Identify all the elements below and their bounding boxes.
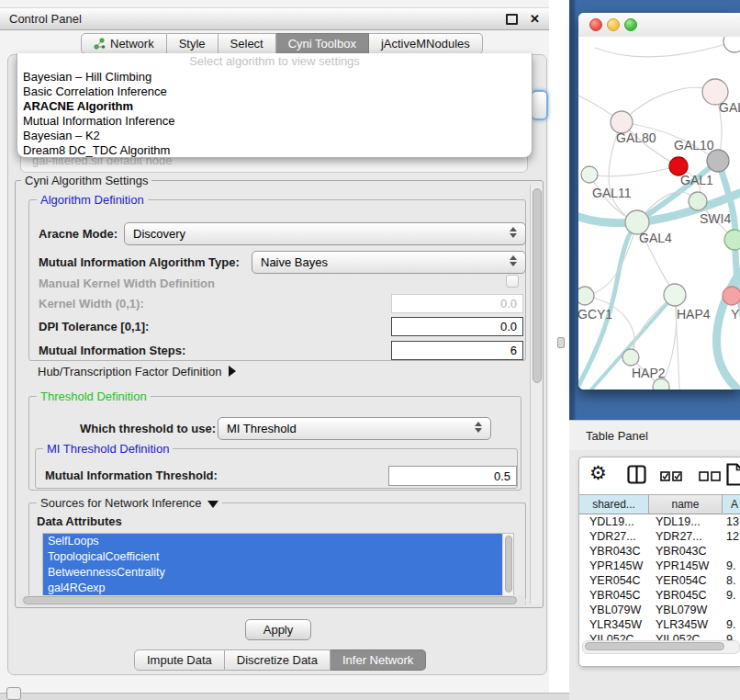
table-row[interactable]: YLR345WYLR345W9. <box>579 617 740 632</box>
table-row[interactable]: YBL079WYBL079W <box>579 603 740 617</box>
attributes-list-scrollbar[interactable] <box>502 534 513 598</box>
network-icon <box>94 38 106 50</box>
table-cell: YPR145W <box>649 559 723 573</box>
dpi-tolerance-label: DPI Tolerance [0,1]: <box>39 317 149 336</box>
algorithm-dropdown-popup: Select algorithm to view settings Bayesi… <box>17 53 533 158</box>
column-header-third[interactable]: A <box>723 495 740 514</box>
network-canvas[interactable]: GALGAL80GAL10GAL11GAL1SWI4GAL4GCY1HAP4YH… <box>578 37 740 390</box>
dropdown-option[interactable]: Dream8 DC_TDC Algorithm <box>17 143 532 158</box>
attribute-list-item[interactable]: gal4RGexp <box>43 581 513 596</box>
settings-group-title: Cyni Algorithm Settings <box>21 174 151 187</box>
select-all-checkboxes-icon[interactable] <box>660 469 682 485</box>
network-node[interactable] <box>723 37 740 52</box>
stepper-arrows-icon <box>510 255 517 266</box>
close-traffic-light-icon[interactable] <box>589 18 602 31</box>
mi-threshold-group-title: MI Threshold Definition <box>43 442 173 456</box>
network-view-window[interactable]: GALGAL80GAL10GAL11GAL1SWI4GAL4GCY1HAP4YH… <box>578 13 740 390</box>
table-row[interactable]: YER054CYER054C8. <box>579 573 740 588</box>
network-node-label: HAP2 <box>632 366 666 380</box>
columns-icon[interactable] <box>627 465 646 488</box>
table-row[interactable]: YDL19...YDL19...13 <box>579 514 740 529</box>
close-icon[interactable]: ✕ <box>530 13 540 25</box>
network-node[interactable] <box>723 287 740 305</box>
mi-steps-field[interactable]: 6 <box>391 341 523 360</box>
attribute-list-item[interactable]: SelfLoops <box>43 534 513 549</box>
algorithm-combo-focus-fragment[interactable] <box>531 90 548 120</box>
attributes-scrollbar-thumb[interactable] <box>505 536 512 593</box>
deselect-all-checkboxes-icon[interactable] <box>699 469 721 485</box>
dropdown-option[interactable]: ARACNE Algorithm <box>17 99 532 114</box>
table-row[interactable]: YBR045CYBR045C9. <box>579 588 740 603</box>
column-header-name[interactable]: name <box>649 495 723 514</box>
settings-hscroll-thumb[interactable] <box>23 596 517 604</box>
table-window: ⚙ shared... name A YDL19...YDL19...13Y <box>578 457 740 667</box>
tab-cyni-toolbox[interactable]: Cyni Toolbox <box>276 33 369 54</box>
kernel-width-field[interactable]: 0.0 <box>391 294 523 313</box>
minimize-traffic-light-icon[interactable] <box>607 18 620 31</box>
dropdown-option[interactable]: Bayesian – Hill Climbing <box>17 70 532 85</box>
minimized-panel-icon[interactable] <box>6 687 21 700</box>
network-node[interactable] <box>578 287 594 305</box>
table-hscroll-thumb[interactable] <box>585 642 724 650</box>
column-header-shared-name[interactable]: shared... <box>579 495 649 514</box>
cyni-algorithm-settings-group: Cyni Algorithm Settings Algorithm Defini… <box>15 180 544 608</box>
network-node[interactable] <box>664 284 686 306</box>
sources-group-title[interactable]: Sources for Network Inference <box>37 496 222 510</box>
control-panel-title: Control Panel <box>9 12 506 26</box>
mi-threshold-field[interactable]: 0.5 <box>388 466 517 486</box>
network-node[interactable] <box>622 349 639 366</box>
control-panel-tab-bar: Network Style Select Cyni Toolbox jActiv… <box>81 33 483 54</box>
mi-type-combo[interactable]: Naive Bayes <box>252 251 526 274</box>
attribute-list-item[interactable]: BetweennessCentrality <box>43 565 513 581</box>
table-row[interactable]: YPR145WYPR145W9. <box>579 559 740 573</box>
table-horizontal-scrollbar[interactable] <box>582 640 740 654</box>
tab-infer-network[interactable]: Infer Network <box>331 649 426 671</box>
network-window-titlebar[interactable] <box>578 13 740 38</box>
network-node[interactable] <box>724 230 740 250</box>
dpi-tolerance-field[interactable]: 0.0 <box>391 317 523 336</box>
tab-select[interactable]: Select <box>219 33 276 54</box>
table-cell: YBR045C <box>579 588 649 603</box>
table-row[interactable]: YDR27...YDR27...12 <box>579 529 740 544</box>
zoom-traffic-light-icon[interactable] <box>624 18 637 31</box>
threshold-definition-title: Threshold Definition <box>37 390 151 403</box>
settings-vertical-scrollbar[interactable] <box>530 185 543 604</box>
apply-button[interactable]: Apply <box>245 619 311 640</box>
tab-impute-data[interactable]: Impute Data <box>134 649 225 671</box>
network-node[interactable] <box>581 166 598 183</box>
table-cell: 13 <box>723 514 740 529</box>
tab-network[interactable]: Network <box>81 33 167 54</box>
dropdown-option[interactable]: Mutual Information Inference <box>17 114 532 129</box>
settings-horizontal-scrollbar[interactable] <box>19 595 526 606</box>
manual-kernel-checkbox[interactable] <box>506 275 519 288</box>
network-node[interactable] <box>707 150 729 172</box>
float-window-icon[interactable] <box>506 14 518 25</box>
stepper-arrows-icon <box>510 227 517 238</box>
dropdown-option[interactable]: Basic Correlation Inference <box>17 85 532 99</box>
tab-style[interactable]: Style <box>167 33 219 54</box>
table-panel-title: Table Panel <box>586 429 648 443</box>
export-table-icon[interactable] <box>726 463 740 491</box>
gear-icon[interactable]: ⚙ <box>589 462 607 484</box>
table-cell: YDL19... <box>649 514 723 529</box>
table-cell: YBR045C <box>649 588 723 603</box>
tab-jactivemnodules[interactable]: jActiveMNodules <box>369 33 483 54</box>
tab-label: Infer Network <box>342 653 413 667</box>
tab-discretize-data[interactable]: Discretize Data <box>225 649 331 671</box>
tab-label: Network <box>110 37 154 51</box>
sources-title-text: Sources for Network Inference <box>40 496 202 510</box>
dropdown-option[interactable]: Bayesian – K2 <box>17 129 532 143</box>
data-panel-strip[interactable] <box>0 693 571 700</box>
attribute-list-item[interactable]: TopologicalCoefficient <box>43 549 513 565</box>
table-row[interactable]: YBR043CYBR043C <box>579 544 740 559</box>
settings-vscroll-thumb[interactable] <box>533 188 542 383</box>
mi-type-label: Mutual Information Algorithm Type: <box>39 251 240 274</box>
network-node[interactable] <box>689 192 707 210</box>
manual-kernel-label: Manual Kernel Width Definition <box>39 277 215 290</box>
hub-tf-section-toggle[interactable]: Hub/Transcription Factor Definition <box>38 365 236 378</box>
aracne-mode-combo[interactable]: Discovery <box>124 222 526 245</box>
which-threshold-combo[interactable]: MI Threshold <box>218 417 491 440</box>
table-panel-titlebar: Table Panel <box>569 420 740 450</box>
splitter-handle[interactable] <box>557 337 565 348</box>
mi-threshold-group: MI Threshold Definition Mutual Informati… <box>35 448 518 489</box>
